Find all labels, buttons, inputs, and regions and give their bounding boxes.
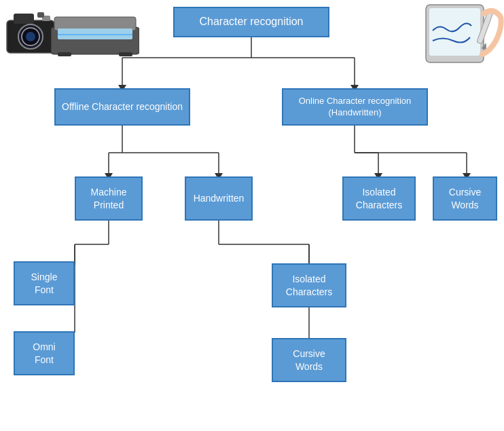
offline-box: Offline Character recognition [54, 88, 190, 126]
isolated-chars-right-box: IsolatedCharacters [342, 176, 416, 221]
svg-rect-10 [58, 34, 132, 35]
online-label: Online Character recognition(Handwritten… [299, 96, 411, 119]
svg-point-4 [26, 32, 35, 41]
single-font-box: SingleFont [14, 261, 75, 305]
omni-font-label: OmniFont [33, 341, 55, 365]
single-font-label: SingleFont [31, 271, 58, 295]
svg-rect-14 [429, 8, 480, 56]
tablet-icon [422, 3, 504, 64]
cursive-words-mid-box: CursiveWords [272, 338, 346, 382]
handwritten-box: Handwritten [185, 176, 253, 221]
online-box: Online Character recognition(Handwritten… [282, 88, 428, 126]
svg-rect-1 [14, 14, 34, 24]
diagram: Character recognition Offline Character … [0, 0, 504, 431]
machine-label: MachinePrinted [91, 186, 127, 210]
svg-rect-11 [58, 52, 71, 56]
omni-font-box: OmniFont [14, 331, 75, 375]
svg-rect-6 [37, 12, 44, 18]
root-box: Character recognition [173, 7, 329, 37]
cursive-mid-label: CursiveWords [293, 348, 325, 372]
scanner-icon [51, 14, 139, 58]
isolated-chars-mid-box: IsolatedCharacters [272, 263, 346, 307]
svg-rect-12 [119, 52, 132, 56]
isolated-mid-label: IsolatedCharacters [286, 273, 332, 297]
machine-printed-box: MachinePrinted [75, 176, 143, 221]
isolated-right-label: IsolatedCharacters [356, 186, 402, 210]
cursive-right-label: CursiveWords [449, 186, 481, 210]
cursive-words-right-box: CursiveWords [433, 176, 497, 221]
